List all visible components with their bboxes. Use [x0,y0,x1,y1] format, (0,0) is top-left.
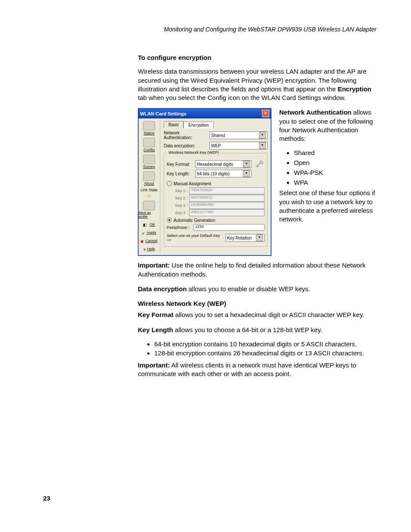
running-header: Monitoring and Configuring the WebSTAR D… [43,26,377,33]
survey-icon[interactable] [143,155,155,164]
default-key-dropdown[interactable]: Key Rotation▾ [225,234,265,242]
tab-basic[interactable]: Basic [164,121,184,128]
about-icon[interactable] [143,171,155,181]
save-profile-icon[interactable] [143,201,155,210]
intro-bold: Encryption [338,85,371,93]
key1-input[interactable]: 7994793620 [189,187,265,194]
default-key-label: Select one as your Default Key => [167,233,223,242]
key-format-line: Key Format allows you to set a hexadecim… [138,311,377,319]
key1-label: Key 1 : [167,189,187,193]
wnk-heading: Wireless Network Key (WEP) [138,299,377,308]
net-auth-bold: Network Authentication [279,109,352,116]
chevron-down-icon: ▾ [259,132,266,139]
close-icon[interactable]: × [262,110,269,117]
key4-input[interactable]: 40E11C7482 [189,209,265,216]
key-format-dropdown[interactable]: Hexadecimal digits▾ [195,160,252,168]
ok-button[interactable]: ◧OK [143,222,155,228]
window-title: WLAN Card Settings [140,111,187,116]
chevron-down-icon: ▾ [259,142,266,149]
hand-keys-icon: 🗝️ [254,159,265,169]
window-sidebar: Status Config Survey About Link State ⚙ … [138,118,160,255]
link-state-icon: ⚙ [147,194,151,198]
intro-a: Wireless data transmissions between your… [138,68,367,93]
sidebar-item-survey[interactable]: Survey [143,165,155,169]
important-2: Important: All wireless clients in a net… [138,361,377,379]
key-length-line: Key Length allows you to choose a 64-bit… [138,326,377,334]
sidebar-item-config[interactable]: Config [143,148,155,152]
net-auth-description: Network Authentication allows you to sel… [279,108,377,143]
wep-groupbox: Wireless Network Key (WEP) Key Format: H… [164,153,268,247]
radio-icon [167,181,172,186]
page-number: 23 [43,495,50,502]
tab-encryption[interactable]: Encryption [184,121,213,128]
radio-icon [167,218,172,223]
key4-label: Key 4 : [167,211,187,215]
chevron-down-icon: ▾ [256,234,263,241]
passphrase-input[interactable]: 1234 [193,224,265,231]
net-auth-dropdown[interactable]: Shared ▾ [209,131,268,139]
key2-input[interactable]: 5647258915 [189,195,265,202]
important-1: Important: Use the online help to find d… [138,261,377,279]
bit-encryption-list: 64-bit encryption contains 10 hexadecima… [138,340,377,357]
list-item: 64-bit encryption contains 10 hexadecima… [154,340,377,348]
door-icon: ◧ [143,223,148,228]
sidebar-item-status[interactable]: Status [143,131,155,135]
save-profile-button[interactable]: Save as profile [138,211,160,218]
list-item: Shared [294,149,377,156]
window-main: Basic Encryption Network Authentication:… [160,118,271,255]
intro-b: tab when you select the Config icon on t… [138,94,346,101]
net-auth-value: Shared [211,133,225,138]
link-state-label: Link State [140,188,158,192]
status-icon[interactable] [143,121,155,131]
intro-paragraph: Wireless data transmissions between your… [138,67,377,102]
auth-methods-list: Shared Open WPA-PSK WPA [279,149,377,186]
wlan-settings-window: WLAN Card Settings × Status Config Surve… [138,108,271,256]
data-enc-label: Data encryption: [164,143,207,148]
x-icon: ✖ [140,240,144,244]
key3-input[interactable]: DE868B53BF [189,202,265,209]
window-titlebar: WLAN Card Settings × [138,109,271,118]
list-item: WPA [294,179,377,186]
section-title: To configure encryption [138,53,377,62]
passphrase-label: Passphrase : [167,225,192,230]
list-item: 128-bit encryption contains 26 hexadecim… [154,349,377,357]
list-item: Open [294,159,377,166]
key3-label: Key 3 : [167,203,187,208]
key-length-dropdown[interactable]: 64 bits (10 digits)▾ [195,170,252,177]
question-icon: ? [143,248,146,252]
wep-legend: Wireless Network Key (WEP) [167,150,221,155]
data-encryption-line: Data encryption allows you to enable or … [138,285,377,293]
chevron-down-icon: ▾ [243,161,250,168]
apply-button[interactable]: ✔Apply [142,230,156,236]
check-icon: ✔ [142,231,145,236]
list-item: WPA-PSK [294,169,377,176]
config-icon[interactable] [143,138,155,147]
cancel-button[interactable]: ✖Cancel [140,238,157,245]
key2-label: Key 2 : [167,196,187,200]
data-enc-dropdown[interactable]: WEP ▾ [209,142,268,149]
key-format-label: Key Format: [167,162,193,167]
chevron-down-icon: ▾ [243,170,250,177]
net-auth-label: Network Authentication: [164,131,207,140]
key-length-label: Key Length: [167,171,193,176]
manual-assignment-radio[interactable]: Manual Assignment [167,181,265,186]
data-enc-value: WEP [211,143,221,148]
sidebar-item-about[interactable]: About [144,181,154,186]
help-button[interactable]: ?Help [143,246,155,253]
auto-generation-radio[interactable]: Automatic Generation [167,218,265,223]
net-auth-after: Select one of these four options if you … [279,189,377,224]
